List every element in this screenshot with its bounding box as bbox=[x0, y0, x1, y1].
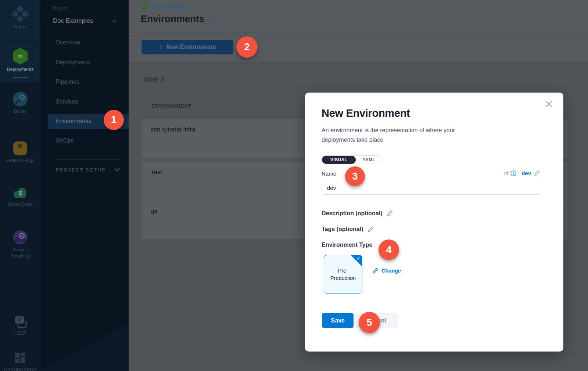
edit-tags-pencil-icon[interactable] bbox=[368, 226, 374, 233]
dashboards-icon bbox=[13, 351, 28, 366]
environment-name: Test bbox=[151, 169, 162, 176]
tab-visual[interactable]: VISUAL bbox=[322, 156, 356, 164]
sidebar-item-service-reliability[interactable]: Service Reliability bbox=[0, 230, 40, 259]
annotation-badge-2: 2 bbox=[236, 36, 258, 58]
id-separator: : bbox=[518, 170, 520, 176]
annotation-badge-4: 4 bbox=[379, 239, 399, 260]
sidebar-decoration bbox=[40, 323, 129, 371]
environment-type-value: Pre-Production bbox=[327, 267, 359, 282]
svg-text:?: ? bbox=[18, 317, 21, 323]
sidebar-item-overview[interactable]: Overview bbox=[55, 39, 80, 46]
edit-pencil-icon bbox=[372, 267, 379, 274]
edit-id-pencil-icon[interactable] bbox=[534, 170, 540, 176]
check-icon: ✓ bbox=[356, 256, 361, 261]
sidebar-item-home[interactable]: Home bbox=[0, 5, 40, 29]
sidebar-item-label: Cloud Costs bbox=[0, 202, 40, 207]
project-selector[interactable]: Doc Examples » bbox=[49, 15, 119, 27]
page-title: Environments bbox=[141, 13, 204, 25]
expand-project-icon[interactable]: » bbox=[113, 17, 115, 25]
sidebar-item-pipelines[interactable]: Pipelines bbox=[55, 79, 79, 85]
new-environment-modal: New Environment An environment is the re… bbox=[305, 93, 563, 352]
modal-description: An environment is the representation of … bbox=[322, 126, 480, 145]
sidebar-item-label: Builds bbox=[0, 109, 40, 114]
project-name: Doc Examples bbox=[53, 17, 113, 25]
description-field: Description (optional) bbox=[322, 210, 393, 217]
feature-flags-icon bbox=[12, 140, 28, 156]
svg-text:$: $ bbox=[19, 190, 22, 197]
change-link-label: Change bbox=[381, 268, 401, 274]
sidebar-item-dashboards[interactable]: DASHBOARDS bbox=[0, 351, 40, 371]
change-environment-type-link[interactable]: Change bbox=[372, 267, 401, 274]
sidebar-divider bbox=[56, 159, 119, 160]
svg-text:∞: ∞ bbox=[143, 4, 146, 8]
info-icon[interactable] bbox=[510, 170, 516, 176]
visual-yaml-toggle: VISUAL YAML bbox=[322, 155, 383, 164]
modal-title: New Environment bbox=[322, 107, 410, 119]
name-field-label: Name bbox=[322, 170, 336, 177]
plus-icon: + bbox=[159, 43, 163, 51]
save-button[interactable]: Save bbox=[322, 313, 354, 328]
column-header-environment: ENVIRONMENT bbox=[151, 103, 191, 109]
environment-id: Id: sshtutorialinfra bbox=[151, 138, 191, 144]
environment-id: Id: qa bbox=[151, 220, 164, 226]
id-label: Id bbox=[504, 170, 509, 176]
deployments-module-icon: ∞ bbox=[141, 3, 148, 10]
sidebar-item-feature-flags[interactable]: Feature Flags bbox=[0, 140, 40, 163]
deployments-icon: ∞ bbox=[11, 47, 29, 65]
breadcrumb: ∞ Doc Examples › bbox=[141, 3, 192, 10]
tags-field: Tags (optional) bbox=[322, 226, 374, 233]
help-icon: ? bbox=[13, 315, 28, 329]
close-icon[interactable] bbox=[544, 99, 553, 109]
environment-name: qa bbox=[151, 208, 158, 215]
sidebar-item-help[interactable]: ? HELP bbox=[0, 315, 40, 336]
builds-icon bbox=[12, 91, 28, 107]
new-environment-button-label: New Environment bbox=[166, 44, 216, 50]
environment-name: ssh-tutorial-infra bbox=[151, 126, 196, 133]
module-sidebar: Home ∞ Deployments Builds Feat bbox=[0, 0, 40, 371]
project-sidebar: Project Doc Examples » Overview Deployme… bbox=[40, 0, 129, 371]
project-label: Project bbox=[51, 5, 68, 11]
info-icon[interactable] bbox=[209, 16, 215, 22]
sidebar-item-label: Feature Flags bbox=[0, 158, 40, 163]
id-value-link[interactable]: dev bbox=[521, 170, 531, 176]
environment-type-field: Environment Type bbox=[322, 242, 372, 248]
sidebar-item-gitops[interactable]: GitOps bbox=[55, 137, 74, 144]
breadcrumb-link[interactable]: Doc Examples bbox=[151, 3, 187, 9]
tags-label: Tags (optional) bbox=[322, 226, 363, 233]
edit-description-pencil-icon[interactable] bbox=[387, 210, 393, 217]
breadcrumb-separator: › bbox=[190, 3, 192, 9]
sidebar-item-builds[interactable]: Builds bbox=[0, 91, 40, 114]
sidebar-item-deployments[interactable]: ∞ Deployments bbox=[0, 47, 40, 72]
environment-type-label: Environment Type bbox=[322, 242, 372, 248]
description-label: Description (optional) bbox=[322, 210, 382, 217]
sidebar-item-label: Service Reliability bbox=[3, 247, 37, 259]
home-icon bbox=[11, 5, 29, 23]
svg-text:∞: ∞ bbox=[18, 52, 23, 60]
sidebar-item-label: DASHBOARDS bbox=[0, 367, 40, 371]
sidebar-item-services[interactable]: Services bbox=[55, 98, 78, 105]
total-count: Total: 3 bbox=[143, 76, 165, 83]
tab-yaml[interactable]: YAML bbox=[356, 156, 382, 164]
sidebar-item-label: Home bbox=[0, 24, 40, 29]
cloud-costs-icon: $ bbox=[12, 186, 29, 200]
project-setup-label: PROJECT SETUP bbox=[55, 167, 106, 173]
chevron-down-icon bbox=[115, 168, 120, 172]
id-row: Id : dev bbox=[504, 170, 540, 176]
annotation-badge-5: 5 bbox=[359, 312, 380, 333]
annotation-badge-3: 3 bbox=[345, 166, 365, 186]
sidebar-item-label: HELP bbox=[0, 331, 40, 336]
sidebar-item-label: Deployments bbox=[0, 67, 40, 72]
environment-type-card-pre-production[interactable]: Pre-Production ✓ bbox=[324, 255, 362, 293]
sidebar-item-cloud-costs[interactable]: $ Cloud Costs bbox=[0, 186, 40, 207]
new-environment-button[interactable]: + New Environment bbox=[141, 40, 233, 54]
active-module-underline bbox=[13, 77, 28, 78]
service-reliability-icon bbox=[12, 230, 28, 245]
environment-id: Id: Test bbox=[151, 181, 167, 187]
sidebar-item-deployments-sub[interactable]: Deployments bbox=[55, 59, 90, 66]
sidebar-item-label: Environments bbox=[55, 118, 92, 125]
annotation-badge-1: 1 bbox=[104, 110, 124, 130]
project-setup-toggle[interactable]: PROJECT SETUP bbox=[55, 167, 120, 173]
